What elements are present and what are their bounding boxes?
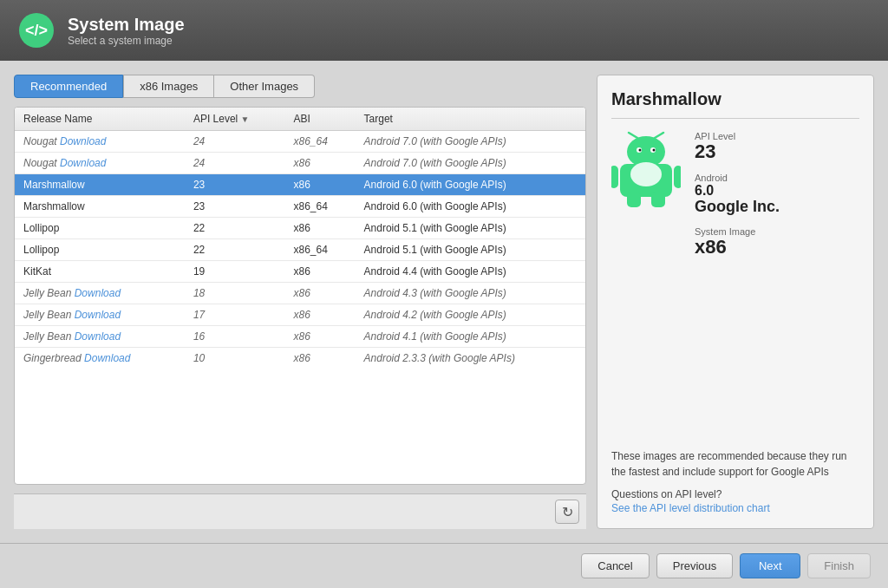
- svg-point-14: [630, 162, 662, 186]
- download-link[interactable]: Download: [75, 309, 121, 321]
- android-studio-icon: </>: [17, 11, 56, 49]
- android-label: Android: [695, 173, 780, 183]
- system-image-table: Release Name API Level ▼ ABI Target Noug…: [15, 108, 585, 369]
- image-info: API Level 23 Android 6.0 Google Inc. Sys…: [611, 131, 859, 266]
- svg-text:</>: </>: [25, 22, 48, 39]
- svg-rect-10: [611, 166, 618, 188]
- detail-panel: Marshmallow: [597, 75, 874, 529]
- system-image-value: x86: [695, 237, 780, 258]
- system-image-label: System Image: [695, 226, 780, 237]
- tab-bar: Recommended x86 Images Other Images: [14, 75, 586, 98]
- system-image-table-container: Release Name API Level ▼ ABI Target Noug…: [14, 107, 586, 485]
- table-row[interactable]: Lollipop22x86_64Android 5.1 (with Google…: [15, 239, 585, 261]
- detail-description: These images are recommended because the…: [611, 448, 859, 480]
- table-row[interactable]: KitKat19x86Android 4.4 (with Google APIs…: [15, 261, 585, 283]
- android-value: 6.0: [695, 183, 780, 199]
- app-subtitle: Select a system image: [68, 35, 185, 47]
- divider: [611, 118, 859, 119]
- svg-rect-12: [627, 192, 641, 207]
- api-level-value: 23: [695, 141, 780, 162]
- detail-title: Marshmallow: [611, 89, 859, 109]
- download-link[interactable]: Download: [60, 157, 106, 169]
- left-panel: Recommended x86 Images Other Images Rele…: [14, 75, 586, 529]
- table-row[interactable]: Gingerbread Download10x86Android 2.3.3 (…: [15, 348, 585, 369]
- table-row[interactable]: Lollipop22x86Android 5.1 (with Google AP…: [15, 218, 585, 239]
- svg-rect-11: [674, 166, 681, 188]
- download-link[interactable]: Download: [60, 135, 106, 147]
- next-button[interactable]: Next: [740, 553, 800, 578]
- col-release[interactable]: Release Name: [15, 108, 185, 131]
- api-question: Questions on API level?: [611, 488, 859, 500]
- table-footer: ↻: [14, 493, 586, 529]
- app-header: </> System Image Select a system image: [0, 0, 888, 61]
- download-link[interactable]: Download: [84, 352, 130, 364]
- table-row[interactable]: Marshmallow23x86_64Android 6.0 (with Goo…: [15, 196, 585, 218]
- finish-button[interactable]: Finish: [807, 553, 871, 578]
- sort-arrow-icon: ▼: [241, 114, 250, 124]
- table-row[interactable]: Jelly Bean Download17x86Android 4.2 (wit…: [15, 304, 585, 326]
- app-title: System Image: [68, 15, 185, 35]
- vendor-value: Google Inc.: [695, 199, 780, 216]
- table-row[interactable]: Jelly Bean Download16x86Android 4.1 (wit…: [15, 326, 585, 348]
- table-row[interactable]: Nougat Download24x86_64Android 7.0 (with…: [15, 131, 585, 153]
- svg-line-8: [629, 133, 637, 138]
- previous-button[interactable]: Previous: [656, 553, 734, 578]
- svg-rect-13: [651, 192, 665, 207]
- table-row[interactable]: Marshmallow23x86Android 6.0 (with Google…: [15, 174, 585, 196]
- footer: Cancel Previous Next Finish: [0, 543, 888, 588]
- tab-recommended[interactable]: Recommended: [14, 75, 123, 98]
- download-link[interactable]: Download: [75, 287, 121, 299]
- svg-line-9: [655, 133, 663, 138]
- table-row[interactable]: Nougat Download24x86Android 7.0 (with Go…: [15, 153, 585, 174]
- refresh-button[interactable]: ↻: [555, 500, 579, 524]
- api-level-chart-link[interactable]: See the API level distribution chart: [611, 502, 859, 514]
- col-abi[interactable]: ABI: [284, 108, 355, 131]
- col-target[interactable]: Target: [356, 108, 585, 131]
- svg-point-7: [653, 149, 656, 152]
- cancel-button[interactable]: Cancel: [581, 553, 649, 578]
- info-details: API Level 23 Android 6.0 Google Inc. Sys…: [695, 131, 780, 266]
- table-row[interactable]: Jelly Bean Download18x86Android 4.3 (wit…: [15, 283, 585, 304]
- android-mascot-icon: [611, 131, 681, 209]
- tab-otherimages[interactable]: Other Images: [214, 75, 315, 98]
- download-link[interactable]: Download: [75, 330, 121, 343]
- tab-x86images[interactable]: x86 Images: [123, 75, 214, 98]
- col-api[interactable]: API Level ▼: [185, 108, 285, 131]
- svg-point-6: [639, 149, 642, 152]
